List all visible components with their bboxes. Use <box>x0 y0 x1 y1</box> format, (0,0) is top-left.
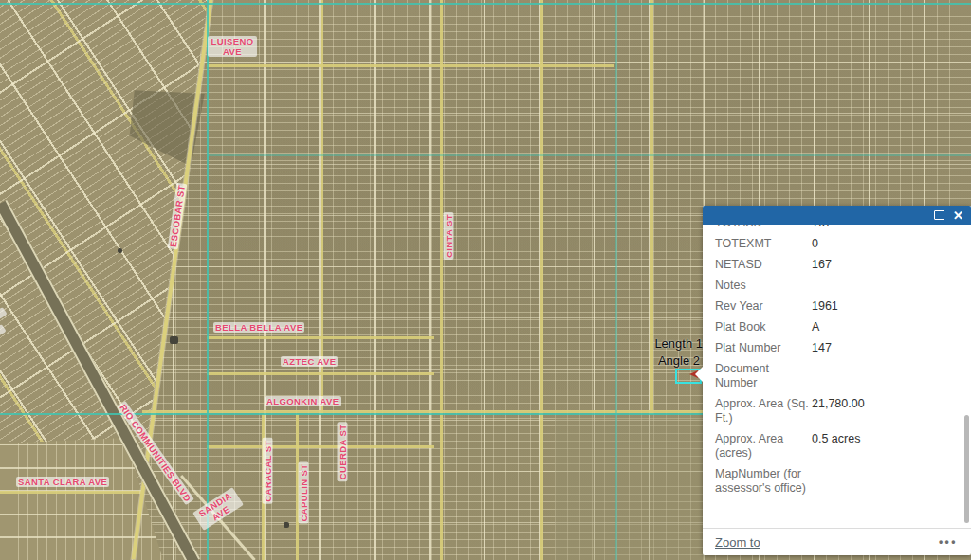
road-bella-bella <box>207 336 434 339</box>
attribute-rows: TOTEXMT 0 NETASD 167 Notes Rev Year 1961… <box>715 237 958 496</box>
attribute-row-partial: TOTASD 167 <box>715 225 958 230</box>
attribute-label: Document Number <box>715 362 812 390</box>
measurement-length-label: Length 1 <box>626 336 703 351</box>
feature-popup: ✕ TOTASD 167 TOTEXMT 0 NETASD 167 Notes … <box>703 206 971 555</box>
street-label-bella-bella: BELLA BELLA AVE <box>213 322 304 333</box>
attribute-row: TOTEXMT 0 <box>715 237 958 251</box>
attribute-label: Plat Number <box>715 341 812 355</box>
attribute-value: 167 <box>812 258 958 272</box>
structure <box>284 522 289 528</box>
street-label-caracal: CARACAL ST <box>263 438 273 504</box>
popup-footer: Zoom to ••• <box>703 528 971 555</box>
section-line-vertical <box>615 0 617 560</box>
attribute-label: Notes <box>715 279 812 293</box>
attribute-row: Approx. Area (Sq. Ft.) 21,780.00 <box>715 397 958 425</box>
attribute-value <box>812 279 958 293</box>
attribute-label: TOTASD <box>715 225 812 230</box>
attribute-value: 147 <box>812 341 958 355</box>
section-line-horizontal <box>0 3 971 5</box>
attribute-row: Approx. Area (acres) 0.5 acres <box>715 432 958 461</box>
attribute-value: 21,780.00 <box>812 397 958 425</box>
attribute-value <box>812 467 958 496</box>
attribute-value: 167 <box>812 225 958 230</box>
road-horizontal <box>207 445 434 448</box>
zoom-to-link[interactable]: Zoom to <box>715 535 760 550</box>
road-vertical <box>650 0 653 414</box>
measurement-angle-label: Angle 2 <box>626 353 700 368</box>
street-label-capulin: CAPULIN ST <box>299 462 309 524</box>
road-vertical <box>540 0 543 560</box>
attribute-value <box>812 362 958 390</box>
attribute-label: MapNumber (for assessor's office) <box>715 467 812 496</box>
section-line-horizontal <box>208 154 971 156</box>
street-label-cinta: CINTA ST <box>444 212 454 260</box>
road-vertical <box>321 0 323 414</box>
street-label-santa-clara: SANTA CLARA AVE <box>16 477 109 487</box>
road-cinta <box>440 0 443 560</box>
attribute-row: NETASD 167 <box>715 258 958 272</box>
close-icon[interactable]: ✕ <box>953 209 963 222</box>
structure <box>170 336 178 344</box>
attribute-label: Approx. Area (acres) <box>715 432 812 461</box>
attribute-value: 0.5 acres <box>812 432 958 461</box>
attribute-value: A <box>812 320 958 334</box>
section-line-vertical <box>207 0 209 560</box>
popup-pointer <box>695 364 705 385</box>
street-label-cuerda: CUERDA ST <box>338 423 348 482</box>
attribute-value: 1961 <box>812 299 958 314</box>
street-label-luiseno: LUISENOAVE <box>208 36 257 57</box>
attribute-row: Document Number <box>715 362 958 390</box>
attribute-row: Plat Number 147 <box>715 341 958 355</box>
road-aztec <box>207 372 434 375</box>
maximize-icon[interactable] <box>934 210 944 220</box>
attribute-row: Plat Book A <box>715 320 958 334</box>
terrain-tone <box>555 415 706 560</box>
road-luiseno <box>207 64 614 67</box>
popup-scrollbar-thumb[interactable] <box>964 415 969 523</box>
attribute-row: Rev Year 1961 <box>715 299 958 314</box>
popup-header: ✕ <box>703 206 971 225</box>
attribute-label: Rev Year <box>715 299 812 314</box>
attribute-label: NETASD <box>715 258 812 272</box>
attribute-label: Approx. Area (Sq. Ft.) <box>715 397 812 425</box>
more-actions-icon[interactable]: ••• <box>939 535 958 549</box>
street-label-algonkin: ALGONKIN AVE <box>265 396 341 406</box>
popup-attribute-list: TOTASD 167 TOTEXMT 0 NETASD 167 Notes Re… <box>703 225 971 528</box>
attribute-row: Notes <box>715 279 958 293</box>
street-label-aztec: AZTEC AVE <box>281 356 338 367</box>
attribute-row: MapNumber (for assessor's office) <box>715 467 958 496</box>
attribute-value: 0 <box>812 237 958 251</box>
attribute-label: Plat Book <box>715 320 812 334</box>
structure <box>118 248 122 253</box>
attribute-label: TOTEXMT <box>715 237 812 251</box>
